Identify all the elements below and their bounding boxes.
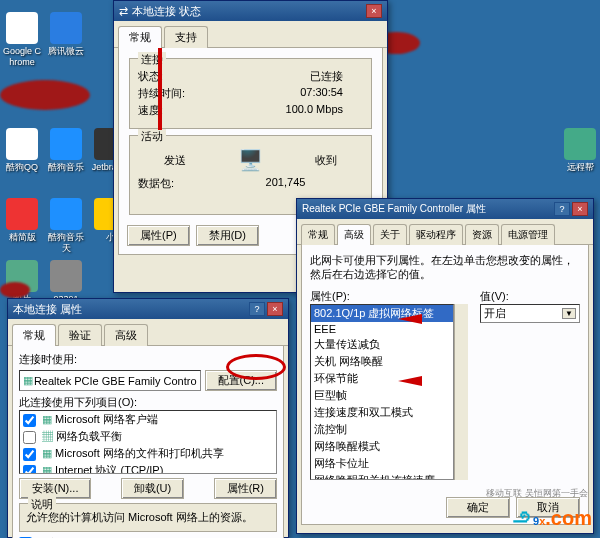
tab[interactable]: 关于 xyxy=(373,224,407,245)
connect-using-label: 连接时使用: xyxy=(19,352,277,367)
icon-label: 酷狗音乐天 xyxy=(46,232,86,254)
uninstall-button[interactable]: 卸载(U) xyxy=(121,478,184,499)
adapter-name: Realtek PCIe GBE Family Contro xyxy=(34,375,197,387)
value-label: 值(V): xyxy=(480,289,580,304)
help-icon[interactable]: ? xyxy=(249,302,265,316)
icon-label: 远程帮 xyxy=(560,162,600,173)
adapter-advanced-window: Realtek PCIe GBE Family Controller 属性 ?×… xyxy=(296,198,594,534)
list-item[interactable]: EEE xyxy=(311,322,453,336)
group-connection: 连接 状态:已连接 持续时间:07:30:54 速度:100.0 Mbps xyxy=(129,58,372,129)
close-icon[interactable]: × xyxy=(572,202,588,216)
app-icon xyxy=(6,128,38,160)
watermark-logo: ౨9x.com xyxy=(511,500,592,532)
list-item[interactable]: 802.1Q/1p 虚拟网络标签 xyxy=(311,305,453,322)
list-item[interactable]: ▦ 网络负载平衡 xyxy=(20,428,276,445)
duration-value: 07:30:54 xyxy=(228,86,363,101)
list-item[interactable]: 关机 网络唤醒 xyxy=(311,353,453,370)
list-item[interactable]: 环保节能 xyxy=(311,370,453,387)
icon-label: 酷狗QQ xyxy=(2,162,42,173)
items-label: 此连接使用下列项目(O): xyxy=(19,395,277,410)
components-list[interactable]: ▦ Microsoft 网络客户端 ▦ 网络负载平衡 ▦ Microsoft 网… xyxy=(19,410,277,474)
item-properties-button[interactable]: 属性(R) xyxy=(214,478,277,499)
list-item[interactable]: 巨型帧 xyxy=(311,387,453,404)
titlebar[interactable]: Realtek PCIe GBE Family Controller 属性 ?× xyxy=(297,199,593,219)
list-item[interactable]: ▦ Microsoft 网络客户端 xyxy=(20,411,276,428)
tab-support[interactable]: 支持 xyxy=(164,26,208,48)
properties-list[interactable]: 802.1Q/1p 虚拟网络标签EEE大量传送减负关机 网络唤醒环保节能巨型帧连… xyxy=(310,304,454,480)
status-label: 状态: xyxy=(138,69,228,84)
app-icon xyxy=(6,198,38,230)
window-title: Realtek PCIe GBE Family Controller 属性 xyxy=(302,202,486,216)
disable-button[interactable]: 禁用(D) xyxy=(196,225,259,246)
help-icon[interactable]: ? xyxy=(554,202,570,216)
desktop-icon[interactable]: 精简版 xyxy=(2,198,42,243)
tab[interactable]: 资源 xyxy=(465,224,499,245)
connection-properties-window: 本地连接 属性 ?× 常规 验证 高级 连接时使用: ▦ Realtek PCI… xyxy=(7,298,289,538)
tab[interactable]: 常规 xyxy=(301,224,335,245)
list-item[interactable]: 网络唤醒模式 xyxy=(311,438,453,455)
hint-text: 此网卡可使用下列属性。在左边单击您想改变的属性，然后在右边选择它的值。 xyxy=(310,253,580,281)
recv-label: 收到 xyxy=(315,153,337,168)
window-title: 本地连接 状态 xyxy=(132,4,201,19)
desktop-icon[interactable]: 酷狗音乐 xyxy=(46,128,86,173)
group-act-title: 活动 xyxy=(138,129,166,144)
titlebar[interactable]: ⇄本地连接 状态 × xyxy=(114,1,387,21)
icon-label: 精简版 xyxy=(2,232,42,243)
list-item[interactable]: 网络唤醒和关机连接速度 xyxy=(311,472,453,480)
configure-button[interactable]: 配置(C)... xyxy=(205,370,277,391)
app-icon xyxy=(50,260,82,292)
app-icon xyxy=(50,128,82,160)
status-value: 已连接 xyxy=(228,69,363,84)
tab[interactable]: 高级 xyxy=(337,224,371,245)
app-icon xyxy=(6,12,38,44)
tab[interactable]: 驱动程序 xyxy=(409,224,463,245)
speed-label: 速度: xyxy=(138,103,228,118)
desktop-icon[interactable]: 酷狗音乐天 xyxy=(46,198,86,254)
list-item[interactable]: ▦ Microsoft 网络的文件和打印机共享 xyxy=(20,445,276,462)
install-button[interactable]: 安装(N)... xyxy=(19,478,91,499)
chevron-down-icon[interactable]: ▼ xyxy=(562,308,576,319)
desktop-icon[interactable]: 远程帮 xyxy=(560,128,600,173)
app-icon xyxy=(50,12,82,44)
tab-general[interactable]: 常规 xyxy=(118,26,162,48)
property-label: 属性(P): xyxy=(310,289,468,304)
close-icon[interactable]: × xyxy=(366,4,382,18)
icon-label: Google Chrome xyxy=(2,46,42,68)
app-icon xyxy=(564,128,596,160)
list-item[interactable]: 流控制 xyxy=(311,421,453,438)
desktop-icon[interactable]: 酷狗QQ xyxy=(2,128,42,173)
network-icon: ⇄ xyxy=(119,5,128,18)
packets-value: 201,745 xyxy=(228,176,363,191)
list-item[interactable]: 大量传送减负 xyxy=(311,336,453,353)
icon-label: 酷狗音乐 xyxy=(46,162,86,173)
sent-label: 发送 xyxy=(164,153,186,168)
window-title: 本地连接 属性 xyxy=(13,302,82,317)
app-icon xyxy=(6,260,38,292)
packets-label: 数据包: xyxy=(138,176,228,191)
close-icon[interactable]: × xyxy=(267,302,283,316)
tabs: 常规 支持 xyxy=(114,21,387,48)
speed-value: 100.0 Mbps xyxy=(228,103,363,118)
app-icon xyxy=(50,198,82,230)
ok-button[interactable]: 确定 xyxy=(446,497,510,518)
adapter-field: ▦ Realtek PCIe GBE Family Contro xyxy=(19,370,201,391)
tab-advanced[interactable]: 高级 xyxy=(104,324,148,346)
desc-text: 允许您的计算机访问 Microsoft 网络上的资源。 xyxy=(26,510,270,525)
desktop-icon[interactable]: 腾讯微云 xyxy=(46,12,86,57)
desc-title: 说明 xyxy=(28,497,56,512)
activity-icon: 🖥️ xyxy=(238,148,263,172)
list-item[interactable]: 网络卡位址 xyxy=(311,455,453,472)
watermark-text: 移动互联 吴恒网第一手会 xyxy=(486,487,588,500)
tab-auth[interactable]: 验证 xyxy=(58,324,102,346)
list-item[interactable]: ▦ Internet 协议 (TCP/IP) xyxy=(20,462,276,474)
tab-general[interactable]: 常规 xyxy=(12,324,56,346)
value-select[interactable]: 开启▼ xyxy=(480,304,580,323)
tabs: 常规 验证 高级 xyxy=(8,319,288,346)
tab[interactable]: 电源管理 xyxy=(501,224,555,245)
titlebar[interactable]: 本地连接 属性 ?× xyxy=(8,299,288,319)
list-item[interactable]: 连接速度和双工模式 xyxy=(311,404,453,421)
desktop-icon[interactable]: Google Chrome xyxy=(2,12,42,68)
properties-button[interactable]: 属性(P) xyxy=(127,225,190,246)
tabs: 常规高级关于驱动程序资源电源管理 xyxy=(297,219,593,245)
scrollbar[interactable] xyxy=(454,304,468,480)
